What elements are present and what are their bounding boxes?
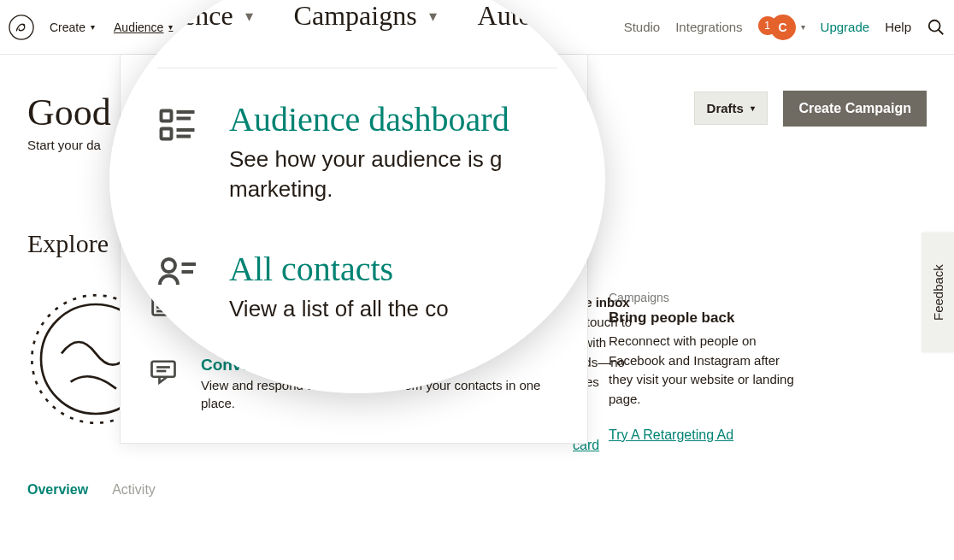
lens-nav-campaigns: Campaigns ▾ bbox=[294, 0, 437, 32]
mailchimp-logo[interactable] bbox=[5, 11, 38, 44]
drafts-button[interactable]: Drafts ▾ bbox=[694, 91, 768, 125]
greeting-heading: Good bbox=[27, 91, 111, 134]
tab-overview[interactable]: Overview bbox=[27, 482, 88, 498]
svg-rect-24 bbox=[162, 111, 172, 121]
svg-rect-21 bbox=[152, 362, 175, 377]
lens-item-audience-dashboard: Audience dashboard See how your audience… bbox=[157, 99, 557, 204]
nav-create-label: Create bbox=[50, 21, 85, 34]
nav-create[interactable]: Create ▾ bbox=[43, 15, 102, 39]
chevron-down-icon: ▾ bbox=[801, 22, 805, 32]
chevron-down-icon: ▾ bbox=[91, 22, 95, 32]
drafts-label: Drafts bbox=[707, 101, 744, 115]
chevron-down-icon: ▾ bbox=[429, 7, 437, 26]
feedback-tab[interactable]: Feedback bbox=[922, 233, 954, 352]
lens-title: All contacts bbox=[229, 249, 449, 289]
lens-desc: View a list of all the co bbox=[229, 294, 449, 324]
nav-upgrade[interactable]: Upgrade bbox=[821, 20, 870, 34]
lens-desc: See how your audience is g marketing. bbox=[229, 144, 557, 204]
tabs: Overview Activity bbox=[27, 482, 927, 498]
tab-activity[interactable]: Activity bbox=[112, 482, 156, 498]
svg-rect-27 bbox=[162, 129, 172, 139]
nav-audience-label: Audience bbox=[114, 21, 163, 34]
nav-help[interactable]: Help bbox=[885, 20, 911, 34]
account-menu[interactable]: 1 C ▾ bbox=[758, 15, 805, 40]
dashboard-icon bbox=[157, 99, 205, 204]
chevron-down-icon: ▾ bbox=[245, 7, 253, 26]
nav-right: Studio Integrations 1 C ▾ Upgrade Help bbox=[624, 15, 945, 40]
svg-point-1 bbox=[23, 24, 25, 26]
svg-point-30 bbox=[162, 259, 175, 272]
lens-title: Audience dashboard bbox=[229, 99, 557, 139]
conversations-icon bbox=[144, 356, 182, 412]
svg-point-0 bbox=[9, 15, 33, 38]
greeting-sub: Start your da bbox=[27, 138, 111, 152]
chevron-down-icon: ▾ bbox=[751, 103, 755, 113]
lens-item-all-contacts: All contacts View a list of all the co bbox=[157, 249, 557, 324]
svg-point-2 bbox=[929, 20, 940, 31]
nav-studio[interactable]: Studio bbox=[624, 20, 661, 34]
create-campaign-button[interactable]: Create Campaign bbox=[783, 91, 927, 127]
nav-audience[interactable]: Audience ▾ bbox=[107, 15, 180, 39]
avatar: C bbox=[770, 15, 796, 40]
card-fragment: the inbox al touch to g with ards—no sse… bbox=[573, 292, 718, 453]
nav-integrations[interactable]: Integrations bbox=[675, 20, 742, 34]
contacts-icon bbox=[157, 249, 205, 324]
svg-line-3 bbox=[939, 29, 944, 34]
lens-nav: ence ▾ Campaigns ▾ Auton bbox=[157, 0, 557, 32]
chevron-down-icon: ▾ bbox=[168, 22, 173, 32]
search-icon[interactable] bbox=[927, 18, 945, 37]
